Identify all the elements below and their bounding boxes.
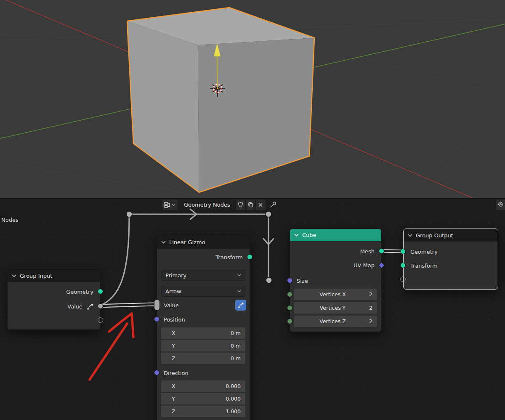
direction-input-socket[interactable] (154, 370, 159, 375)
position-input-socket[interactable] (154, 316, 159, 322)
socket-label: UV Map (354, 262, 375, 268)
gizmo-toggle-button[interactable] (235, 300, 246, 311)
vertices-y-field[interactable]: Vertices Y 2 (294, 302, 377, 314)
dropdown-value: Arrow (165, 288, 181, 295)
node-header[interactable]: Group Input (8, 270, 100, 282)
direction-z-field[interactable]: Z 1.000 (161, 406, 245, 417)
axis-label: X (172, 330, 175, 336)
field-value: 0.000 (226, 396, 241, 402)
field-value: 2 (369, 305, 372, 311)
socket-label: Size (297, 278, 308, 284)
input-row-transform: Transform (404, 260, 498, 271)
axis-label: Y (172, 396, 175, 402)
node-tree-icon (164, 202, 171, 208)
node-group-output[interactable]: Group Output Geometry Transform (403, 229, 498, 290)
axis-label: Z (172, 355, 175, 362)
input-row-size: Size (290, 275, 381, 286)
socket-label: Geometry (410, 249, 438, 255)
copy-icon (247, 202, 254, 208)
node-header[interactable]: Cube (290, 229, 381, 241)
node-cube[interactable]: Cube Mesh UV Map Size Vertices X 2 Verti… (290, 229, 382, 332)
close-icon (258, 202, 263, 207)
snap-button[interactable] (496, 199, 505, 210)
vertices-x-field[interactable]: Vertices X 2 (294, 289, 377, 300)
gizmo-dial-icon (237, 302, 245, 309)
output-row-uv-map: UV Map (290, 260, 381, 271)
gizmo-dial-icon (86, 303, 94, 311)
viewport-canvas (0, 0, 505, 198)
magnet-icon (497, 201, 505, 208)
size-input-socket[interactable] (287, 278, 292, 283)
field-value: 1.000 (226, 408, 241, 415)
node-header[interactable]: Group Output (404, 229, 498, 242)
node-header[interactable]: Linear Gizmo (157, 235, 250, 249)
chevron-down-icon (237, 274, 241, 276)
transform-input-socket[interactable] (400, 263, 406, 268)
node-title: Group Output (416, 232, 453, 239)
field-value: 0 m (231, 343, 241, 349)
node-tree-selector: Geometry Nodes (162, 199, 277, 210)
transform-output-socket[interactable] (247, 254, 252, 260)
unlink-button[interactable] (255, 199, 266, 210)
chevron-down-icon (172, 204, 175, 206)
pin-icon (269, 201, 277, 209)
fake-user-button[interactable] (235, 199, 245, 210)
direction-y-field[interactable]: Y 0.000 (161, 393, 245, 404)
vertices-x-input-socket[interactable] (287, 292, 292, 297)
extend-output-socket[interactable] (98, 317, 103, 323)
position-z-field[interactable]: Z 0 m (161, 353, 245, 364)
3d-viewport[interactable] (0, 0, 505, 198)
input-row-value: Value (157, 299, 250, 311)
socket-label: Position (164, 316, 185, 323)
field-label: Vertices X (299, 291, 367, 298)
collapse-chevron-icon[interactable] (12, 274, 16, 277)
direction-x-field[interactable]: X 0.000 (161, 380, 245, 392)
socket-label: Value (67, 303, 82, 310)
value-multi-input-socket[interactable] (154, 299, 160, 311)
gizmo-shape-dropdown[interactable]: Arrow (161, 286, 245, 297)
blender-window: Nodes Geometry Nodes (0, 0, 505, 420)
output-row-mesh: Mesh (290, 246, 381, 257)
vertices-y-input-socket[interactable] (287, 305, 292, 311)
node-group-input[interactable]: Group Input Geometry Value (7, 269, 101, 330)
vertices-z-input-socket[interactable] (287, 319, 292, 324)
output-row-geometry: Geometry (8, 286, 100, 298)
value-output-socket[interactable] (98, 303, 103, 309)
field-value: 0.000 (226, 383, 241, 389)
collapse-chevron-icon[interactable] (408, 234, 412, 237)
node-tree-menu-button[interactable] (162, 199, 178, 210)
socket-label: Value (164, 302, 179, 308)
duplicate-button[interactable] (245, 199, 255, 210)
gizmo-mode-dropdown[interactable]: Primary (161, 270, 245, 281)
socket-label: Direction (164, 370, 189, 376)
node-title: Group Input (20, 273, 52, 279)
socket-label: Transform (215, 254, 243, 261)
axis-label: X (172, 383, 175, 389)
dropdown-value: Primary (165, 272, 186, 279)
input-row-position: Position (157, 314, 250, 325)
tree-name-field[interactable]: Geometry Nodes (179, 199, 235, 210)
position-y-field[interactable]: Y 0 m (161, 340, 245, 351)
position-x-field[interactable]: X 0 m (161, 327, 245, 339)
field-value: 0 m (231, 355, 241, 362)
geometry-input-socket[interactable] (400, 249, 406, 254)
axis-label: Z (172, 408, 175, 415)
node-title: Linear Gizmo (169, 239, 205, 245)
input-row-geometry: Geometry (404, 246, 498, 258)
node-linear-gizmo[interactable]: Linear Gizmo Transform Primary Arrow Val… (157, 235, 250, 420)
extend-input-socket[interactable] (400, 276, 406, 282)
mesh-output-socket[interactable] (379, 248, 384, 254)
field-label: Vertices Z (299, 318, 367, 324)
field-label: Vertices Y (299, 305, 367, 311)
vertices-z-field[interactable]: Vertices Z 2 (294, 316, 377, 327)
pin-button[interactable] (269, 201, 277, 209)
collapse-chevron-icon[interactable] (294, 234, 299, 237)
collapse-chevron-icon[interactable] (161, 241, 166, 244)
cube-object[interactable] (127, 8, 314, 192)
input-row-direction: Direction (157, 367, 250, 379)
chevron-down-icon (237, 290, 241, 292)
socket-label: Transform (410, 263, 438, 269)
geometry-output-socket[interactable] (98, 289, 103, 294)
node-title: Cube (302, 232, 316, 238)
tree-name-group: Geometry Nodes (179, 199, 266, 210)
